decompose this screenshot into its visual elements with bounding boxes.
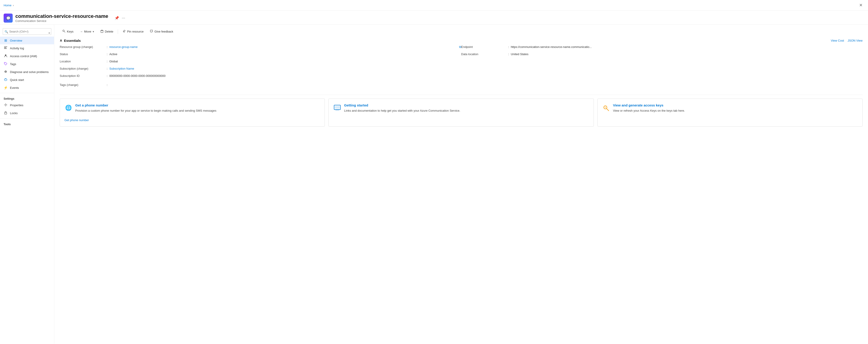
view-cost-link[interactable]: View Cost xyxy=(831,39,844,42)
keys-label: Keys xyxy=(67,30,73,33)
svg-rect-15 xyxy=(336,110,339,110)
svg-rect-10 xyxy=(4,113,7,114)
sidebar-item-properties[interactable]: Properties xyxy=(0,101,54,109)
phone-number-card-icon: 🌐 xyxy=(64,104,72,112)
status-label: Status xyxy=(60,53,105,56)
phone-number-card-header: 🌐 Get a phone number Provision a custom … xyxy=(64,103,320,113)
svg-rect-12 xyxy=(101,31,103,33)
svg-point-5 xyxy=(5,55,6,56)
resource-group-label: Resource group (change) xyxy=(60,45,105,49)
resource-actions: 📌 ··· xyxy=(115,15,125,20)
essentials-header: ∧ Essentials View Cost JSON View xyxy=(60,38,863,42)
sidebar-item-quick-start-label: Quick start xyxy=(10,78,24,82)
access-keys-card: View and generate access keys View or re… xyxy=(597,98,863,127)
collapse-essentials-icon[interactable]: ∧ xyxy=(60,38,62,42)
data-location-label: Data location xyxy=(461,53,506,56)
sidebar-item-locks[interactable]: Locks xyxy=(0,109,54,117)
essentials-grid: Resource group (change) : resource-group… xyxy=(60,45,863,80)
svg-rect-16 xyxy=(335,106,340,109)
json-view-link[interactable]: JSON View xyxy=(848,39,863,42)
access-keys-card-description: View or refresh your Access Keys on the … xyxy=(613,108,685,113)
locks-icon xyxy=(4,111,8,115)
feedback-button[interactable]: Give feedback xyxy=(147,28,176,35)
move-chevron-icon: ▾ xyxy=(93,30,94,33)
svg-rect-2 xyxy=(4,46,7,47)
feedback-label: Give feedback xyxy=(154,30,173,33)
content-area: Keys → Move ▾ Delete Pin resource xyxy=(54,25,868,344)
sidebar-item-quick-start[interactable]: Quick start xyxy=(0,76,54,84)
essentials-section: ∧ Essentials View Cost JSON View Resourc… xyxy=(60,38,863,95)
subscription-id-label: Subscription ID xyxy=(60,74,105,77)
sidebar-item-tags[interactable]: Tags xyxy=(0,60,54,68)
move-label: Move xyxy=(84,30,91,33)
toolbar: Keys → Move ▾ Delete Pin resource xyxy=(60,28,863,35)
endpoint-row: Endpoint : https://communication-service… xyxy=(461,45,863,51)
feedback-icon xyxy=(150,30,153,33)
keys-button[interactable]: Keys xyxy=(60,28,76,35)
pin-resource-label: Pin resource xyxy=(127,30,144,33)
tags-label: Tags (change) xyxy=(60,83,105,87)
subscription-row: Subscription (change) : Subscription Nam… xyxy=(60,67,461,72)
location-row: Location : Global xyxy=(60,60,461,65)
tags-icon xyxy=(4,62,8,66)
sidebar-item-diagnose[interactable]: Diagnose and solve problems xyxy=(0,68,54,76)
getting-started-card-header: Getting started Links and documentation … xyxy=(333,103,589,113)
sidebar-search-container: 🔍 « xyxy=(3,28,51,35)
phone-number-card: 🌐 Get a phone number Provision a custom … xyxy=(60,98,325,127)
cards-container: 🌐 Get a phone number Provision a custom … xyxy=(60,98,863,127)
search-input[interactable] xyxy=(3,28,51,35)
getting-started-card-content: Getting started Links and documentation … xyxy=(344,103,460,113)
keys-icon xyxy=(62,30,66,33)
pin-icon[interactable]: 📌 xyxy=(115,16,119,20)
sidebar-item-activity-log-label: Activity log xyxy=(10,46,24,50)
essentials-label: Essentials xyxy=(64,39,81,42)
pin-resource-button[interactable]: Pin resource xyxy=(120,28,146,35)
tags-row: Tags (change) : xyxy=(60,83,863,87)
get-phone-number-link[interactable]: Get phone number xyxy=(64,119,89,122)
copy-icon[interactable]: ⧉ xyxy=(459,45,461,49)
more-options-icon[interactable]: ··· xyxy=(122,15,125,20)
svg-text:💬: 💬 xyxy=(6,16,11,20)
move-button[interactable]: → Move ▾ xyxy=(77,29,97,35)
sidebar-item-events[interactable]: ⚡ Events xyxy=(0,84,54,92)
access-control-icon xyxy=(4,54,8,58)
endpoint-label: Endpoint xyxy=(461,45,506,49)
endpoint-value: https://communication-service-resource-n… xyxy=(511,45,863,49)
sidebar-item-overview[interactable]: ⊞ Overview xyxy=(0,37,54,44)
home-link[interactable]: Home xyxy=(4,4,11,7)
subscription-id-row: Subscription ID : 00000000-0000-0000-000… xyxy=(60,74,461,80)
sidebar-item-overview-label: Overview xyxy=(10,39,22,42)
data-location-value: United States xyxy=(511,53,863,56)
svg-point-18 xyxy=(604,107,606,108)
sidebar-item-diagnose-label: Diagnose and solve problems xyxy=(10,70,49,74)
data-location-row: Data location : United States xyxy=(461,53,863,58)
subscription-id-value: 00000000-0000-0000-0000-000000000000 xyxy=(110,74,461,77)
breadcrumb-separator: › xyxy=(13,4,14,7)
phone-number-card-title: Get a phone number xyxy=(75,103,216,107)
getting-started-card-icon xyxy=(333,104,341,112)
essentials-left-col: Resource group (change) : resource-group… xyxy=(60,45,461,80)
resource-group-value[interactable]: resource-group-name xyxy=(110,45,458,49)
access-keys-card-content: View and generate access keys View or re… xyxy=(613,103,685,113)
essentials-right-col: Endpoint : https://communication-service… xyxy=(461,45,863,80)
svg-rect-4 xyxy=(4,49,7,49)
delete-icon xyxy=(100,30,103,33)
phone-number-card-description: Provision a custom phone number for your… xyxy=(75,108,216,113)
subscription-value[interactable]: Subscription Name xyxy=(110,67,461,70)
sidebar-item-access-control[interactable]: Access control (IAM) xyxy=(0,52,54,60)
close-button[interactable]: ✕ xyxy=(857,2,864,8)
access-keys-card-header: View and generate access keys View or re… xyxy=(602,103,858,113)
collapse-icon[interactable]: « xyxy=(47,30,52,35)
delete-button[interactable]: Delete xyxy=(98,28,116,35)
sidebar-item-events-label: Events xyxy=(10,86,19,90)
resource-title-block: communication-service-resource-name Comm… xyxy=(16,13,108,23)
resource-type: Communication Service xyxy=(16,19,108,23)
sidebar-item-activity-log[interactable]: Activity log xyxy=(0,44,54,52)
location-value: Global xyxy=(110,60,461,63)
phone-number-card-content: Get a phone number Provision a custom ph… xyxy=(75,103,216,113)
properties-icon xyxy=(4,103,8,107)
sidebar-item-properties-label: Properties xyxy=(10,103,23,107)
top-bar: Home › ✕ xyxy=(0,0,868,11)
quick-start-icon xyxy=(4,78,8,82)
status-row: Status : Active xyxy=(60,53,461,58)
